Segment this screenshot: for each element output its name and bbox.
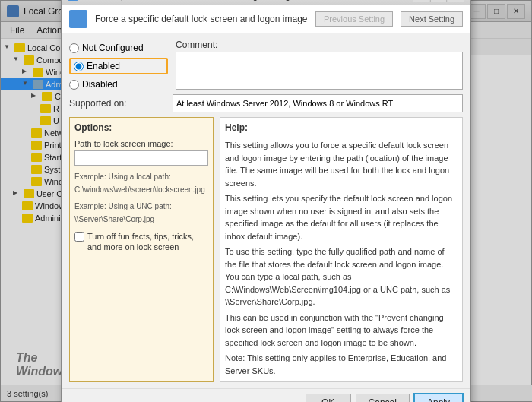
help-para-2: This setting lets you specify the defaul… <box>225 192 458 242</box>
comment-textarea[interactable] <box>176 52 463 90</box>
radio-enabled-label: Enabled <box>87 61 120 71</box>
previous-setting-button[interactable]: Previous Setting <box>315 11 393 27</box>
next-setting-button[interactable]: Next Setting <box>401 11 463 27</box>
radio-not-configured[interactable]: Not Configured <box>69 43 168 53</box>
modal-minimize-button[interactable]: ─ <box>413 0 429 2</box>
top-section: Not Configured Enabled Disabled Comment: <box>69 40 463 90</box>
supported-value: At least Windows Server 2012, Windows 8 … <box>173 94 463 112</box>
comment-label: Comment: <box>176 40 463 50</box>
modal-header-icon <box>69 10 87 28</box>
modal-header-title: Force a specific default lock screen and… <box>95 14 308 24</box>
ok-button[interactable]: OK <box>306 394 351 402</box>
modal-footer: OK Cancel Apply <box>62 388 470 402</box>
apply-button[interactable]: Apply <box>414 394 463 402</box>
radio-enabled[interactable]: Enabled <box>69 58 168 74</box>
modal-dialog: Force a specific default lock screen and… <box>61 0 471 402</box>
path-label: Path to lock screen image: <box>74 139 208 148</box>
example1-header: Example: Using a local path: <box>74 172 208 182</box>
modal-title: Force a specific default lock screen and… <box>83 0 413 1</box>
modal-body: Not Configured Enabled Disabled Comment: <box>62 33 470 388</box>
radio-disabled-input[interactable] <box>69 80 79 90</box>
radio-enabled-input[interactable] <box>74 62 84 71</box>
help-panel: Help: This setting allows you to force a… <box>220 117 463 382</box>
fun-facts-label: Turn off fun facts, tips, tricks, and mo… <box>87 231 208 253</box>
help-title: Help: <box>225 122 458 133</box>
options-panel: Options: Path to lock screen image: Exam… <box>69 117 214 382</box>
help-para-5: Note: This setting only applies to Enter… <box>225 352 458 377</box>
supported-row: Supported on: At least Windows Server 20… <box>69 94 463 112</box>
modal-close-button[interactable]: ✕ <box>448 0 464 2</box>
checkbox-row: Turn off fun facts, tips, tricks, and mo… <box>74 231 208 253</box>
fun-facts-checkbox[interactable] <box>74 232 84 242</box>
path-option-group: Path to lock screen image: <box>74 139 208 166</box>
radio-not-configured-input[interactable] <box>69 43 79 53</box>
radio-disabled-label: Disabled <box>82 79 118 90</box>
radio-not-configured-label: Not Configured <box>82 43 144 53</box>
example2-header: Example: Using a UNC path: <box>74 201 208 212</box>
example-group: Example: Using a local path: C:\windows\… <box>74 172 208 195</box>
cancel-button[interactable]: Cancel <box>356 394 410 402</box>
bottom-section: Options: Path to lock screen image: Exam… <box>69 117 463 382</box>
example-group2: Example: Using a UNC path: \\Server\Shar… <box>74 201 208 225</box>
help-para-3: To use this setting, type the fully qual… <box>225 245 458 309</box>
comment-section: Comment: <box>176 40 463 90</box>
example1-value: C:\windows\web\screen\lockscreen.jpg <box>74 185 208 195</box>
example2-value: \\Server\Share\Corp.jpg <box>74 214 208 225</box>
path-input[interactable] <box>74 150 208 166</box>
radio-section: Not Configured Enabled Disabled <box>69 40 168 90</box>
modal-maximize-button[interactable]: □ <box>430 0 447 2</box>
modal-header-bar: Force a specific default lock screen and… <box>62 5 470 33</box>
help-para-4: This can be used in conjunction with the… <box>225 312 458 350</box>
supported-label: Supported on: <box>69 98 168 109</box>
modal-icon <box>68 0 78 1</box>
help-para-1: This setting allows you to force a speci… <box>225 139 458 189</box>
options-title: Options: <box>74 122 208 133</box>
modal-titlebar: Force a specific default lock screen and… <box>62 0 470 5</box>
modal-window-controls: ─ □ ✕ <box>413 0 464 2</box>
modal-overlay: Force a specific default lock screen and… <box>0 0 532 402</box>
radio-disabled[interactable]: Disabled <box>69 79 168 90</box>
